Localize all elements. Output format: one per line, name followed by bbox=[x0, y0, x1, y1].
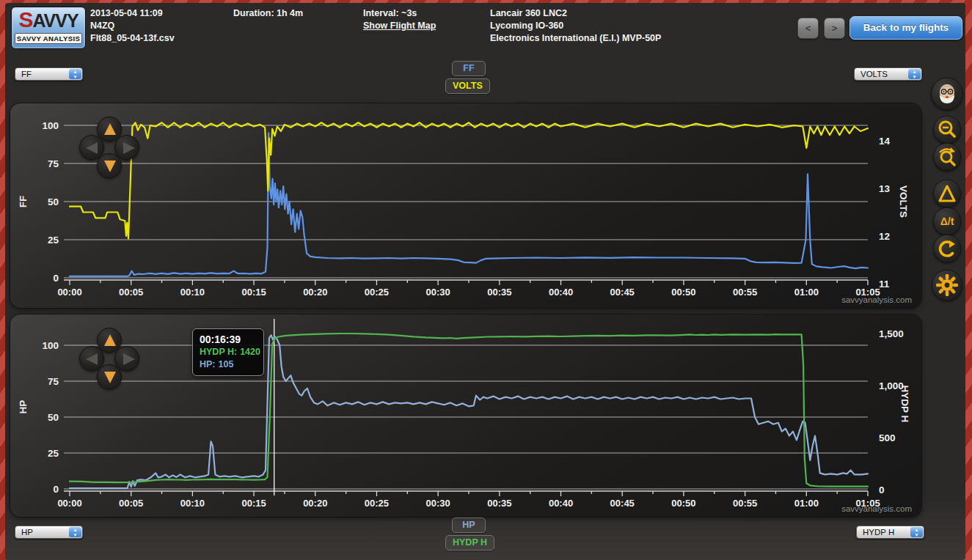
pan-right-button[interactable] bbox=[114, 135, 139, 160]
right-axis-title: HYDP H bbox=[899, 386, 910, 423]
tooltip-row: HYDP H:1420 bbox=[200, 346, 257, 358]
right-tick-label: 11 bbox=[879, 279, 890, 290]
refresh-button[interactable] bbox=[933, 235, 961, 262]
series-hp bbox=[70, 335, 868, 488]
select-stepper-icon: ▲▼ bbox=[69, 69, 81, 79]
x-tick-label: 00:05 bbox=[119, 498, 143, 509]
savvy-logo-word: SAVVY bbox=[12, 7, 85, 33]
x-tick-label: 00:10 bbox=[180, 498, 205, 509]
x-tick-label: 00:25 bbox=[365, 498, 389, 509]
legend-toggle-hp[interactable]: HP bbox=[452, 517, 486, 533]
top-right-series-select[interactable]: VOLTS ▲▼ bbox=[854, 67, 922, 81]
previous-flight-button[interactable]: < bbox=[797, 18, 819, 39]
arrow-up-icon bbox=[104, 123, 116, 135]
flight-file-name: Flt88_05-04-13f.csv bbox=[90, 32, 175, 45]
x-tick-label: 00:20 bbox=[303, 498, 327, 509]
left-tick-label: 75 bbox=[48, 376, 59, 387]
aircraft-monitor: Electronics International (E.I.) MVP-50P bbox=[490, 32, 661, 45]
x-tick-label: 00:20 bbox=[303, 287, 327, 298]
series-hydp-h bbox=[70, 334, 868, 487]
left-tick-label: 75 bbox=[48, 158, 59, 169]
arrow-right-icon bbox=[123, 142, 135, 154]
ff-volts-chart[interactable]: 00:0000:0500:1000:1500:2000:2500:3000:35… bbox=[10, 103, 921, 308]
ff-volts-chart-panel: 00:0000:0500:1000:1500:2000:2500:3000:35… bbox=[10, 103, 921, 308]
x-tick-label: 00:55 bbox=[733, 498, 757, 509]
select-stepper-icon: ▲▼ bbox=[908, 69, 921, 79]
x-tick-label: 00:50 bbox=[671, 287, 695, 298]
bottom-left-series-select[interactable]: HP ▲▼ bbox=[15, 526, 83, 539]
analyst-avatar-button[interactable] bbox=[931, 78, 963, 110]
right-tick-label: 0 bbox=[879, 485, 885, 495]
right-tick-label: 1,500 bbox=[879, 328, 904, 339]
zoom-out-button[interactable] bbox=[933, 116, 961, 144]
delta-button[interactable] bbox=[933, 180, 961, 207]
flight-info-block: 2013-05-04 11:09 N4ZQ Flt88_05-04-13f.cs… bbox=[90, 7, 175, 45]
legend-toggle-hydph[interactable]: HYDP H bbox=[445, 535, 494, 550]
x-tick-label: 00:40 bbox=[549, 287, 573, 298]
left-tick-label: 50 bbox=[48, 412, 59, 423]
top-left-series-select[interactable]: FF ▲▼ bbox=[15, 67, 83, 81]
flight-datetime: 2013-05-04 11:09 bbox=[90, 7, 175, 20]
x-tick-label: 00:00 bbox=[57, 287, 81, 298]
pan-right-button[interactable] bbox=[114, 346, 139, 371]
gear-icon bbox=[935, 273, 960, 298]
hp-hydph-chart[interactable]: 00:0000:0500:1000:1500:2000:2500:3000:35… bbox=[10, 314, 921, 517]
series-volts bbox=[70, 122, 868, 238]
left-tick-label: 0 bbox=[53, 273, 59, 284]
arrow-down-icon bbox=[104, 372, 116, 383]
x-tick-label: 00:05 bbox=[119, 287, 143, 298]
x-tick-label: 01:00 bbox=[794, 498, 819, 509]
aircraft-model: Lancair 360 LNC2 bbox=[490, 7, 661, 20]
series-ff bbox=[70, 133, 868, 276]
arrow-up-icon bbox=[104, 334, 116, 346]
right-axis-title: VOLTS bbox=[898, 185, 909, 218]
select-stepper-icon: ▲▼ bbox=[910, 527, 923, 537]
delta-over-time-button[interactable]: Δ/t bbox=[933, 207, 961, 235]
legend-toggle-volts[interactable]: VOLTS bbox=[445, 78, 490, 94]
tooltip-time: 00:16:39 bbox=[200, 333, 257, 346]
settings-button[interactable] bbox=[932, 270, 962, 301]
right-tick-label: 12 bbox=[879, 231, 890, 242]
x-tick-label: 01:00 bbox=[794, 287, 819, 298]
left-tick-label: 25 bbox=[48, 448, 59, 459]
savvy-logo[interactable]: SAVVY SAVVY ANALYSIS bbox=[11, 7, 86, 49]
x-tick-label: 00:35 bbox=[487, 287, 511, 298]
tail-number: N4ZQ bbox=[90, 20, 175, 32]
show-flight-map-link[interactable]: Show Flight Map bbox=[363, 20, 436, 32]
left-tick-label: 50 bbox=[48, 196, 59, 207]
x-tick-label: 00:55 bbox=[733, 287, 757, 298]
arrow-right-icon bbox=[123, 353, 135, 365]
hp-hydph-chart-panel: 00:0000:0500:1000:1500:2000:2500:3000:35… bbox=[10, 314, 921, 517]
right-tick-label: 14 bbox=[879, 136, 891, 147]
x-tick-label: 00:45 bbox=[610, 287, 635, 298]
duration-label: Duration: 1h 4m bbox=[233, 7, 303, 20]
bottom-right-series-select[interactable]: HYDP H ▲▼ bbox=[856, 526, 924, 539]
analyst-avatar-icon bbox=[935, 81, 960, 106]
arrow-down-icon bbox=[104, 161, 116, 172]
zoom-reset-icon bbox=[936, 146, 958, 168]
pan-down-button[interactable] bbox=[97, 364, 122, 389]
arrow-left-icon bbox=[86, 353, 98, 365]
x-tick-label: 00:00 bbox=[57, 498, 81, 509]
watermark: savvyanalysis.com bbox=[841, 504, 912, 513]
legend-toggle-ff[interactable]: FF bbox=[452, 61, 486, 76]
select-stepper-icon: ▲▼ bbox=[69, 527, 81, 537]
pan-down-button[interactable] bbox=[97, 153, 122, 178]
back-to-my-flights-button[interactable]: Back to my flights bbox=[849, 16, 962, 40]
x-tick-label: 00:10 bbox=[180, 287, 205, 298]
x-tick-label: 00:15 bbox=[241, 287, 266, 298]
right-tick-label: 500 bbox=[879, 432, 896, 443]
x-tick-label: 00:40 bbox=[549, 498, 573, 509]
left-axis-title: FF bbox=[18, 196, 29, 208]
x-tick-label: 00:25 bbox=[365, 287, 389, 298]
delta-over-time-icon: Δ/t bbox=[940, 215, 954, 227]
zoom-reset-button[interactable] bbox=[933, 143, 961, 171]
watermark: savvyanalysis.com bbox=[841, 295, 912, 304]
zoom-out-icon bbox=[936, 119, 958, 141]
x-tick-label: 00:45 bbox=[610, 498, 635, 509]
next-flight-button[interactable]: > bbox=[824, 18, 845, 39]
aircraft-engine: Lycoming IO-360 bbox=[490, 20, 661, 32]
aircraft-info-block: Lancair 360 LNC2 Lycoming IO-360 Electro… bbox=[490, 7, 661, 45]
left-axis-title: HP bbox=[18, 400, 29, 414]
x-tick-label: 00:30 bbox=[426, 287, 450, 298]
